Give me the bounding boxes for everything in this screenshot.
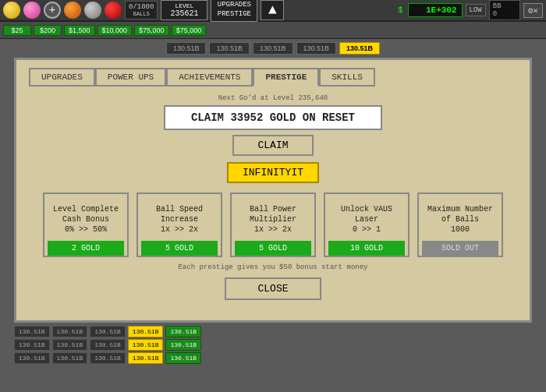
upgrade-card-btn[interactable]: SOLD OUT — [422, 241, 498, 256]
balls-count: 0/1000 BALLS — [125, 1, 158, 19]
bottom-chip[interactable]: 130.51B — [52, 339, 88, 351]
level-box: LEVEL 235621 — [161, 0, 207, 20]
top-tab[interactable]: 130.51B — [209, 42, 250, 55]
inner-tab-achievements[interactable]: ACHIEVEMENTS — [166, 68, 253, 87]
upgrade-cards-container: Level Complete Cash Bonus0% >> 50%2 GOLD… — [29, 192, 517, 257]
main-modal: UPGRADESPOWER UPSACHIEVEMENTSPRESTIGESKI… — [14, 58, 532, 323]
bottom-chip[interactable]: 130.51B — [90, 352, 126, 364]
money-chips-row: $25$200$1,500$10,000$75,000$75,000 — [0, 22, 546, 39]
bottom-chip[interactable]: 130.51B — [90, 326, 126, 337]
inner-tab-prestige[interactable]: PRESTIGE — [253, 68, 319, 87]
bottom-chip[interactable]: 130.51B — [14, 352, 50, 364]
money-chip[interactable]: $1,500 — [64, 25, 95, 36]
prestige-arrow-btn[interactable]: ▲ — [261, 0, 284, 20]
bottom-chip[interactable]: 130.51B — [165, 339, 201, 351]
bb-box: BB 0 — [489, 0, 520, 20]
bottom-chip[interactable]: 130.51B — [52, 352, 88, 364]
bottom-chip-row: 130.51B130.51B130.51B130.51B130.51B — [14, 339, 532, 351]
inner-tabs: UPGRADESPOWER UPSACHIEVEMENTSPRESTIGESKI… — [29, 68, 517, 87]
upgrade-card-title: Maximum Number of Balls1000 — [422, 200, 498, 238]
upgrade-card: Ball Speed Increase1x >> 2x5 GOLD — [136, 192, 222, 257]
upgrade-card: Level Complete Cash Bonus0% >> 50%2 GOLD — [43, 192, 129, 257]
dollar-sign: $ — [398, 5, 403, 15]
top-tab[interactable]: 130.51B — [296, 42, 337, 55]
inner-tab-skills[interactable]: SKILLS — [319, 68, 375, 87]
bottom-chip[interactable]: 130.51B — [90, 339, 126, 351]
claim-button[interactable]: CLAIM — [232, 135, 313, 156]
money-chip[interactable]: $10,000 — [98, 25, 133, 36]
bottom-chip[interactable]: 130.51B — [165, 352, 201, 364]
ball-orange-icon[interactable] — [64, 2, 81, 19]
upgrade-card-title: Unlock VAUS Laser0 >> 1 — [328, 200, 405, 238]
top-tabs-row: 130.51B130.51B130.51B130.51B130.51B — [0, 39, 546, 58]
upgrade-card: Maximum Number of Balls1000SOLD OUT — [417, 192, 503, 257]
upgrade-card-title: Level Complete Cash Bonus0% >> 50% — [48, 200, 124, 238]
upgrade-card-title: Ball Speed Increase1x >> 2x — [141, 200, 218, 238]
close-button[interactable]: CLOSE — [225, 277, 321, 300]
bottom-chip[interactable]: 130.51B — [128, 326, 164, 337]
upgrade-card: Unlock VAUS Laser0 >> 110 GOLD — [324, 192, 410, 257]
upgrade-card-title: Ball Power Multiplier1x >> 2x — [235, 200, 311, 238]
bottom-chip[interactable]: 130.51B — [52, 326, 88, 337]
ball-red-icon[interactable] — [105, 2, 122, 19]
next-gold-text: Next Go'd at Level 235,640 — [29, 94, 517, 102]
bottom-chip[interactable]: 130.51B — [128, 352, 164, 364]
upgrade-card-btn[interactable]: 5 GOLD — [235, 241, 311, 256]
bottom-chip-row: 130.51B130.51B130.51B130.51B130.51B — [14, 326, 532, 337]
inner-tab-power-ups[interactable]: POWER UPS — [95, 68, 166, 87]
top-tab[interactable]: 130.51B — [339, 42, 380, 55]
upgrade-card-btn[interactable]: 2 GOLD — [48, 241, 124, 256]
prestige-panel: Next Go'd at Level 235,640 CLAIM 33952 G… — [29, 94, 517, 271]
money-chip[interactable]: $75,000 — [172, 25, 207, 36]
inner-tab-upgrades[interactable]: UPGRADES — [29, 68, 95, 87]
bottom-chip[interactable]: 130.51B — [128, 339, 164, 351]
money-chip[interactable]: $75,000 — [134, 25, 169, 36]
ball-add-icon[interactable]: + — [44, 2, 61, 19]
bottom-chip-rows: 130.51B130.51B130.51B130.51B130.51B130.5… — [14, 326, 532, 364]
money-chip[interactable]: $25 — [3, 25, 31, 36]
upgrade-card-btn[interactable]: 5 GOLD — [141, 241, 218, 256]
ball-yellow-icon[interactable] — [3, 2, 20, 19]
top-tab[interactable]: 130.51B — [166, 42, 207, 55]
upgrade-card-btn[interactable]: 10 GOLD — [328, 241, 405, 256]
bottom-chip[interactable]: 130.51B — [14, 326, 50, 337]
settings-btn[interactable]: ⚙✕ — [523, 3, 543, 18]
upgrades-prestige-box: UPGRADES PRESTIGE — [211, 0, 257, 22]
upgrade-card: Ball Power Multiplier1x >> 2x5 GOLD — [230, 192, 316, 257]
infinity-button[interactable]: INFINITYIT — [227, 162, 319, 183]
bottom-chip[interactable]: 130.51B — [14, 339, 50, 351]
low-label: LOW — [466, 4, 486, 16]
bottom-chip[interactable]: 130.51B — [165, 326, 201, 337]
money-display: 1E+302 — [408, 3, 463, 17]
bottom-area: 130.51B130.51B130.51B130.51B130.51B130.5… — [0, 323, 546, 364]
money-chip[interactable]: $200 — [34, 25, 62, 36]
top-tab[interactable]: 130.51B — [253, 42, 293, 55]
claim-gold-display: CLAIM 33952 GOLD ON RESET — [164, 105, 382, 130]
ball-gray-icon[interactable] — [84, 2, 101, 19]
top-bar: + 0/1000 BALLS LEVEL 235621 UPGRADES PRE… — [0, 0, 546, 22]
bottom-chip-row: 130.51B130.51B130.51B130.51B130.51B — [14, 352, 532, 364]
ball-pink-icon[interactable] — [23, 2, 41, 19]
prestige-bonus-text: Each prestige gives you $50 bonus start … — [29, 263, 517, 271]
